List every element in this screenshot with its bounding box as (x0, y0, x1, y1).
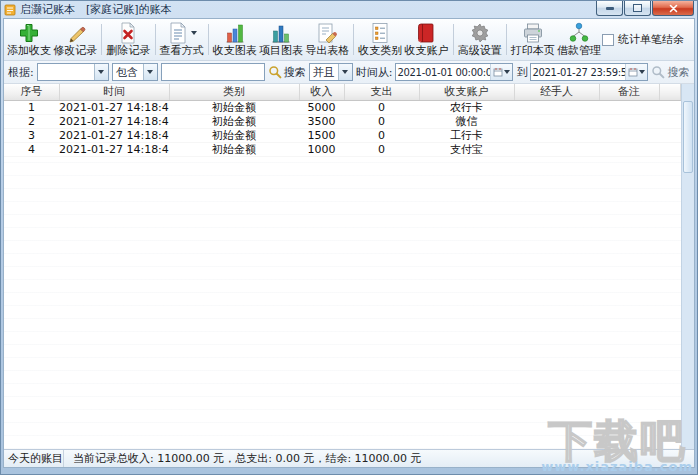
add-record-button[interactable]: 添加收支 (6, 20, 52, 59)
cell-time[interactable]: 2021-01-27 14:18:49 (59, 142, 169, 156)
cell-income[interactable]: 1500 (299, 128, 344, 142)
delete-icon (117, 22, 139, 44)
time-from-value: 2021-01-01 00:00:00 (396, 67, 490, 78)
ledger-table: 序号 时间 类别 收入 支出 收支账户 经手人 备注 1 2021-01-27 (4, 84, 681, 157)
cell-time[interactable]: 2021-01-27 14:18:49 (59, 128, 169, 142)
account-book-icon (415, 22, 437, 44)
cell-handler[interactable] (514, 142, 599, 156)
column-header-time[interactable]: 时间 (59, 84, 169, 100)
cell-account[interactable]: 农行卡 (419, 100, 514, 114)
view-mode-button[interactable]: 查看方式 (159, 20, 205, 59)
dropdown-button[interactable] (338, 64, 352, 80)
edit-record-button[interactable]: 修改记录 (52, 20, 98, 59)
export-icon (316, 22, 338, 44)
table-row[interactable]: 1 2021-01-27 14:18:49 初始金额 5000 0 农行卡 (4, 100, 681, 114)
column-header-income[interactable]: 收入 (299, 84, 344, 100)
delete-record-button[interactable]: 删除记录 (105, 20, 151, 59)
cell-handler[interactable] (514, 128, 599, 142)
calendar-icon (493, 67, 503, 77)
search-time-button[interactable]: 搜索 (651, 65, 689, 80)
column-header-note[interactable]: 备注 (599, 84, 659, 100)
dropdown-button[interactable] (143, 64, 157, 80)
table-row[interactable]: 3 2021-01-27 14:18:49 初始金额 1500 0 工行卡 (4, 128, 681, 142)
filter-keyword-input[interactable] (161, 63, 265, 81)
export-table-button[interactable]: 导出表格 (304, 20, 350, 59)
calendar-dropdown-button[interactable] (490, 64, 512, 80)
column-header-category[interactable]: 类别 (169, 84, 299, 100)
search-icon (651, 65, 665, 79)
filter-match-select[interactable]: 包含 (112, 63, 158, 81)
minimize-button[interactable] (596, 1, 623, 16)
window-title: 启灏记账本 [家庭记账]的账本 (20, 2, 172, 17)
time-from-picker[interactable]: 2021-01-01 00:00:00 (395, 63, 513, 81)
project-chart-button[interactable]: 项目图表 (258, 20, 304, 59)
settings-label: 高级设置 (458, 44, 502, 57)
column-header-account[interactable]: 收支账户 (419, 84, 514, 100)
cell-income[interactable]: 1000 (299, 142, 344, 156)
cell-category[interactable]: 初始金额 (169, 100, 299, 114)
org-tree-icon (568, 22, 590, 44)
scrollbar-thumb[interactable] (683, 101, 693, 173)
column-header-expense[interactable]: 支出 (344, 84, 419, 100)
table-row[interactable]: 2 2021-01-27 14:18:49 初始金额 3500 0 微信 (4, 114, 681, 128)
cell-handler[interactable] (514, 114, 599, 128)
close-button[interactable] (652, 1, 694, 16)
calendar-icon (628, 67, 638, 77)
cell-no[interactable]: 2 (4, 114, 59, 128)
column-header-no[interactable]: 序号 (4, 84, 59, 100)
cell-no[interactable]: 1 (4, 100, 59, 114)
app-window: 启灏记账本 [家庭记账]的账本 添加收支 (0, 0, 698, 475)
cell-income[interactable]: 5000 (299, 100, 344, 114)
cell-account[interactable]: 支付宝 (419, 142, 514, 156)
cell-expense[interactable]: 0 (344, 142, 419, 156)
search-button[interactable]: 搜索 (268, 65, 306, 80)
cell-note[interactable] (599, 128, 659, 142)
category-button[interactable]: 收支类别 (357, 20, 403, 59)
edit-record-label: 修改记录 (53, 44, 97, 57)
table-row[interactable]: 4 2021-01-27 14:18:49 初始金额 1000 0 支付宝 (4, 142, 681, 156)
cell-no[interactable]: 3 (4, 128, 59, 142)
pencil-icon (64, 22, 86, 44)
loan-management-button[interactable]: 借款管理 (556, 20, 602, 59)
time-to-picker[interactable]: 2021-01-27 23:59:59 (530, 63, 648, 81)
cell-income[interactable]: 3500 (299, 114, 344, 128)
account-button[interactable]: 收支账户 (403, 20, 449, 59)
cell-note[interactable] (599, 114, 659, 128)
cell-time[interactable]: 2021-01-27 14:18:49 (59, 114, 169, 128)
maximize-button[interactable] (624, 1, 651, 16)
cell-expense[interactable]: 0 (344, 100, 419, 114)
cell-note[interactable] (599, 100, 659, 114)
print-label: 打印本页 (511, 44, 555, 57)
cell-account[interactable]: 微信 (419, 114, 514, 128)
project-chart-icon (270, 22, 292, 44)
cell-category[interactable]: 初始金额 (169, 142, 299, 156)
calendar-dropdown-button[interactable] (625, 64, 647, 80)
settings-button[interactable]: 高级设置 (457, 20, 503, 59)
column-header-handler[interactable]: 经手人 (514, 84, 599, 100)
dropdown-button[interactable] (94, 64, 108, 80)
cell-filler (659, 128, 681, 142)
cell-expense[interactable]: 0 (344, 114, 419, 128)
filter-field-select[interactable] (37, 63, 109, 81)
cell-account[interactable]: 工行卡 (419, 128, 514, 142)
cell-handler[interactable] (514, 100, 599, 114)
income-chart-button[interactable]: 收支图表 (212, 20, 258, 59)
cell-note[interactable] (599, 142, 659, 156)
cell-expense[interactable]: 0 (344, 128, 419, 142)
filter-logic-value: 并且 (310, 65, 338, 80)
search-time-label: 搜索 (667, 65, 689, 80)
income-chart-label: 收支图表 (213, 44, 257, 57)
single-balance-checkbox[interactable] (602, 34, 614, 46)
category-label: 收支类别 (358, 44, 402, 57)
print-button[interactable]: 打印本页 (510, 20, 556, 59)
status-summary: 当前记录总收入: 11000.00 元，总支出: 0.00 元，结余: 1100… (64, 451, 422, 466)
cell-category[interactable]: 初始金额 (169, 114, 299, 128)
filter-logic-select[interactable]: 并且 (309, 63, 353, 81)
delete-record-label: 删除记录 (106, 44, 150, 57)
cell-no[interactable]: 4 (4, 142, 59, 156)
main-client-area: 添加收支 修改记录 删除记录 (3, 18, 695, 468)
cell-time[interactable]: 2021-01-27 14:18:49 (59, 100, 169, 114)
status-bar: 今天的账目 当前记录总收入: 11000.00 元，总支出: 0.00 元，结余… (4, 449, 694, 467)
cell-category[interactable]: 初始金额 (169, 128, 299, 142)
vertical-scrollbar[interactable] (681, 84, 694, 449)
